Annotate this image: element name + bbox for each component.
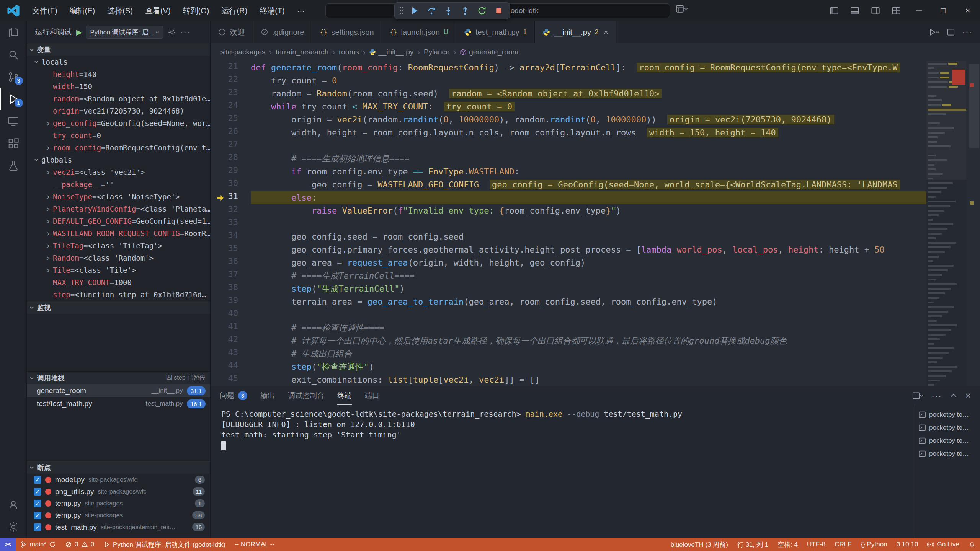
- breakpoint-checkbox[interactable]: ✓: [34, 488, 41, 496]
- code-line-40[interactable]: 40: [211, 308, 926, 321]
- gutter[interactable]: 26: [211, 126, 251, 139]
- split-terminal-button[interactable]: ›: [912, 391, 924, 400]
- more-actions-icon[interactable]: ···: [180, 27, 190, 37]
- code-line-26[interactable]: 26 width, height = room_config.layout.n_…: [211, 126, 926, 139]
- gutter[interactable]: 40: [211, 308, 251, 321]
- breakpoint-checkbox[interactable]: ✓: [34, 500, 41, 507]
- tab-launch.json[interactable]: {}launch.jsonU: [382, 21, 456, 43]
- code-editor[interactable]: 21def generate_room(room_config: RoomReq…: [211, 61, 980, 386]
- maximize-panel-icon[interactable]: [949, 391, 958, 400]
- editor-scrollbar[interactable]: [966, 61, 980, 386]
- code-line-23[interactable]: 23 random = Random(room_config.seed)rand…: [211, 87, 926, 100]
- gutter[interactable]: 32: [211, 204, 251, 217]
- variable-row[interactable]: MAX_TRY_COUNT = 1000: [27, 276, 210, 289]
- activity-settings[interactable]: [0, 516, 27, 538]
- variable-row[interactable]: step = <function step at 0x1bf8d716d…: [27, 289, 210, 301]
- variable-row[interactable]: random = <Random object at 0x1bf9d01e…: [27, 93, 210, 105]
- variable-row[interactable]: ›vec2i = <class 'vec2i'>: [27, 166, 210, 178]
- panel-tab-终端[interactable]: 终端: [337, 386, 352, 405]
- restart-button[interactable]: [474, 4, 490, 18]
- menu-item[interactable]: 编辑(E): [64, 0, 101, 21]
- breakpoint-checkbox[interactable]: ✓: [34, 512, 41, 519]
- customize-layout-icon[interactable]: [886, 0, 906, 21]
- tab-test_math.py[interactable]: test_math.py1: [456, 21, 535, 43]
- code-line-44[interactable]: 44 step("检查连通性"): [211, 360, 926, 373]
- variable-row[interactable]: try_count = 0: [27, 129, 210, 142]
- toggle-sidebar-icon[interactable]: [824, 0, 844, 21]
- variables-section-header[interactable]: › 变量: [27, 43, 210, 56]
- panel-tab-输出[interactable]: 输出: [260, 386, 275, 405]
- breadcrumb-item[interactable]: __init__.py: [369, 48, 413, 56]
- code-line-39[interactable]: 39 terrain_area = geo_area_to_terrain(ge…: [211, 295, 926, 308]
- panel-tab-问题[interactable]: 问题3: [220, 386, 247, 405]
- gutter[interactable]: 37: [211, 269, 251, 282]
- code-line-30[interactable]: 30 geo_config = WASTELAND_GEO_CONFIGgeo_…: [211, 178, 926, 191]
- step-into-button[interactable]: [441, 4, 456, 18]
- gutter[interactable]: 24: [211, 100, 251, 113]
- debug-config-dropdown[interactable]: Python 调试程序: 启... ›: [86, 26, 163, 39]
- gutter[interactable]: 33: [211, 217, 251, 230]
- terminal-output[interactable]: PS C:\computer_science\godot-ldtk\site-p…: [211, 405, 915, 538]
- gutter[interactable]: 34: [211, 230, 251, 243]
- code-line-32[interactable]: 32 raise ValueError(f"Invalid env type: …: [211, 204, 926, 217]
- tab-__init__.py[interactable]: __init__.py2×: [535, 21, 616, 43]
- breadcrumb-item[interactable]: terrain_research: [276, 48, 328, 56]
- variable-row[interactable]: ›Tile = <class 'Tile'>: [27, 264, 210, 276]
- status-language-mode[interactable]: {} Python: [856, 538, 892, 551]
- tab-欢迎[interactable]: 欢迎: [211, 21, 253, 43]
- gutter[interactable]: 42: [211, 334, 251, 347]
- variable-row[interactable]: ›PlanetaryWindConfig = <class 'Planeta…: [27, 203, 210, 215]
- gutter[interactable]: 41: [211, 321, 251, 334]
- toggle-secondary-sidebar-icon[interactable]: [865, 0, 886, 21]
- callstack-frame[interactable]: generate_room__init__.py31:1: [27, 384, 210, 397]
- scrollbar-thumb[interactable]: [969, 64, 979, 148]
- split-editor-button[interactable]: [947, 28, 955, 36]
- close-panel-icon[interactable]: ×: [965, 390, 971, 401]
- callstack-frame[interactable]: test/test_math.pytest_math.py16:1: [27, 397, 210, 410]
- variable-scope-locals[interactable]: ›locals: [27, 56, 210, 68]
- status-python-version[interactable]: 3.10.10: [892, 538, 923, 551]
- terminal-instance[interactable]: pocketpy te…: [915, 408, 980, 421]
- code-line-43[interactable]: 43 # 生成出口组合: [211, 347, 926, 360]
- status-git-blame[interactable]: blueloveTH (3 周前): [666, 538, 733, 551]
- code-line-45[interactable]: 45 exit_combinations: list[tuple[vec2i, …: [211, 373, 926, 386]
- breakpoint-row[interactable]: ✓temp.pysite-packages58: [27, 509, 210, 521]
- gutter[interactable]: 39: [211, 295, 251, 308]
- gutter[interactable]: 28: [211, 152, 251, 165]
- code-line-42[interactable]: 42 # 计算每一个出口的中心，然后使用astar生成路径，确保每一个出口组合都…: [211, 334, 926, 347]
- activity-remote-explorer[interactable]: [0, 110, 27, 132]
- layout-grid-button[interactable]: ›: [676, 5, 688, 13]
- breakpoint-row[interactable]: ✓test_math.pysite-packages\terrain_res…1…: [27, 521, 210, 533]
- code-line-31[interactable]: 31 else:: [211, 191, 926, 204]
- code-line-37[interactable]: 37 # ====生成TerrainCell====: [211, 269, 926, 282]
- variable-row[interactable]: ›WASTELAND_ROOM_REQUEST_CONFIG = RoomR…: [27, 227, 210, 240]
- menu-item[interactable]: 选择(S): [101, 0, 139, 21]
- gutter[interactable]: 27: [211, 139, 251, 152]
- activity-testing[interactable]: [0, 155, 27, 177]
- activity-explorer[interactable]: [0, 21, 27, 44]
- breakpoint-row[interactable]: ✓model.pysite-packages\wfc6: [27, 474, 210, 486]
- breadcrumb-item[interactable]: site-packages: [220, 48, 265, 56]
- status-go-live[interactable]: Go Live: [923, 538, 964, 551]
- gutter[interactable]: 30: [211, 178, 251, 191]
- gutter[interactable]: 36: [211, 256, 251, 269]
- code-line-28[interactable]: 28 # ====生成初始地理信息====: [211, 152, 926, 165]
- drag-handle-icon[interactable]: [399, 7, 404, 15]
- breakpoints-section-header[interactable]: › 断点: [27, 461, 210, 474]
- gutter[interactable]: 35: [211, 243, 251, 256]
- gutter[interactable]: 21: [211, 61, 251, 74]
- variable-row[interactable]: ›room_config = RoomRequestConfig(env_t…: [27, 142, 210, 154]
- variable-row[interactable]: origin = vec2i(7205730, 9024468): [27, 105, 210, 117]
- breadcrumb-item[interactable]: generate_room: [460, 48, 518, 56]
- menu-item[interactable]: 转到(G): [177, 0, 216, 21]
- code-line-21[interactable]: 21def generate_room(room_config: RoomReq…: [211, 61, 926, 74]
- start-debug-icon[interactable]: ▶: [76, 28, 82, 37]
- breakpoint-checkbox[interactable]: ✓: [34, 523, 41, 531]
- activity-run-debug[interactable]: 1: [0, 88, 27, 110]
- code-line-34[interactable]: 34 geo_config.seed = room_config.seed: [211, 230, 926, 243]
- variable-scope-globals[interactable]: ›globals: [27, 154, 210, 166]
- gutter[interactable]: 31: [211, 191, 251, 204]
- minimize-button[interactable]: ─: [906, 0, 931, 21]
- status-cursor-position[interactable]: 行 31, 列 1: [733, 538, 773, 551]
- status-encoding[interactable]: UTF-8: [802, 538, 830, 551]
